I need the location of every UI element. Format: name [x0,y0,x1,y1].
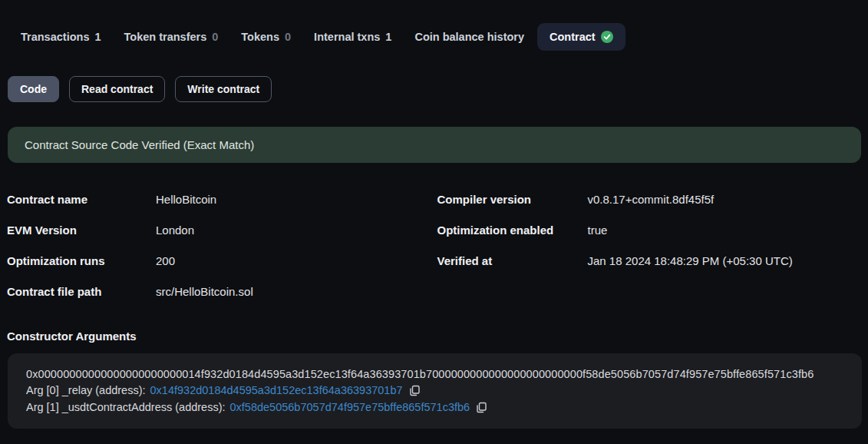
info-row-contract-name: Contract name HelloBitcoin [7,184,431,214]
verification-status-banner: Contract Source Code Verified (Exact Mat… [8,127,861,163]
copy-icon[interactable] [476,402,487,413]
arg1-address-link[interactable]: 0xf58de5056b7057d74f957e75bffe865f571c3f… [230,399,470,416]
code-tab-button[interactable]: Code [8,76,59,102]
info-label: Optimization enabled [437,224,588,237]
tab-label: Token transfers [124,31,207,43]
constructor-arguments-block: 0x00000000000000000000000014f932d0184d45… [8,353,862,429]
tab-count: 1 [385,31,391,43]
write-contract-button[interactable]: Write contract [175,76,272,102]
info-value: HelloBitcoin [156,193,431,206]
constructor-raw-hex: 0x00000000000000000000000014f932d0184d45… [26,366,843,383]
verification-status-text: Contract Source Code Verified (Exact Mat… [25,138,254,151]
tab-contract[interactable]: Contract [537,23,625,51]
tab-count: 1 [94,31,101,43]
constructor-arg-prefix: Arg [1] _usdtContractAddress (address): [26,399,226,416]
info-row-evm-version: EVM Version London [7,214,431,245]
constructor-arg-row: Arg [1] _usdtContractAddress (address): … [26,399,843,416]
info-value: Jan 18 2024 18:48:29 PM (+05:30 UTC) [588,254,862,267]
tab-label: Internal txns [314,31,380,43]
contract-page: Transactions 1 Token transfers 0 Tokens … [0,0,868,444]
info-value: true [588,224,862,237]
tab-coin-balance-history[interactable]: Coin balance history [414,31,524,43]
contract-subtab-bar: Code Read contract Write contract [0,52,868,102]
tab-label: Contract [550,31,596,43]
read-contract-button[interactable]: Read contract [69,76,165,102]
tab-label: Tokens [241,31,279,43]
info-label: Compiler version [437,193,588,206]
info-row-compiler-version: Compiler version v0.8.17+commit.8df45f5f [437,184,862,214]
contract-info-left-column: Contract name HelloBitcoin EVM Version L… [7,184,431,306]
info-row-contract-file-path: Contract file path src/HelloBitcoin.sol [7,276,431,306]
info-label: EVM Version [7,224,156,237]
contract-info-grid: Contract name HelloBitcoin EVM Version L… [0,163,868,306]
tab-tokens[interactable]: Tokens 0 [241,31,291,43]
address-tab-bar: Transactions 1 Token transfers 0 Tokens … [0,0,868,52]
contract-info-right-column: Compiler version v0.8.17+commit.8df45f5f… [437,184,862,306]
check-circle-icon [601,31,613,43]
tab-count: 0 [212,31,218,43]
constructor-arguments-heading: Constructor Arguments [0,306,868,343]
tab-token-transfers[interactable]: Token transfers 0 [124,31,219,43]
constructor-arg-row: Arg [0] _relay (address): 0x14f932d0184d… [26,383,843,399]
info-row-optimization-runs: Optimization runs 200 [7,245,431,276]
tab-transactions[interactable]: Transactions 1 [21,31,101,43]
info-row-verified-at: Verified at Jan 18 2024 18:48:29 PM (+05… [437,245,862,276]
tab-count: 0 [285,31,291,43]
tab-label: Transactions [21,31,89,43]
info-value: 200 [156,254,431,267]
info-value: London [156,224,431,237]
info-label: Optimization runs [7,254,156,267]
copy-icon[interactable] [409,385,421,396]
info-label: Verified at [437,254,588,267]
arg0-address-link[interactable]: 0x14f932d0184d4595a3d152ec13f64a36393701… [150,383,403,399]
info-label: Contract name [7,193,156,206]
info-value: v0.8.17+commit.8df45f5f [588,193,862,206]
constructor-arg-prefix: Arg [0] _relay (address): [26,383,146,399]
info-label: Contract file path [7,285,156,298]
tab-label: Coin balance history [414,31,524,43]
tab-internal-txns[interactable]: Internal txns 1 [314,31,391,43]
info-value: src/HelloBitcoin.sol [156,285,431,298]
info-row-optimization-enabled: Optimization enabled true [437,214,862,245]
